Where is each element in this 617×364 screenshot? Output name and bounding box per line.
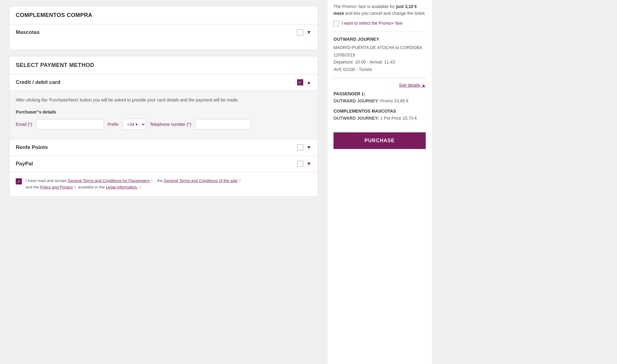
purchase-button[interactable]: PURCHASE: [333, 132, 426, 149]
terms-text: I have read and accept General Terms and…: [26, 178, 242, 191]
complementos-outward-label: OUTWARD JOURNEY:: [333, 116, 379, 121]
promo-section: The Promo+ fare is available for just 3,…: [333, 3, 426, 32]
passenger1-outward-label: OUTWARD JOURNEY:: [333, 98, 379, 103]
renfe-points-checkbox[interactable]: [297, 144, 303, 151]
terms-text-middle3: available in the: [78, 185, 106, 189]
journey-train: AVE 02100 - Turista: [333, 66, 426, 73]
passenger1-outward: OUTWARD JOURNEY: Promo 23,85 €: [333, 97, 426, 104]
outward-journey-title: OUTWARD JOURNEY: [333, 37, 426, 42]
sidebar-divider: [333, 78, 426, 78]
mascotas-accordion[interactable]: Mascotas ▼: [10, 24, 317, 40]
passenger1-fare: Promo 23,85 €: [380, 98, 408, 103]
renfe-points-chevron-down-icon: ▼: [306, 145, 311, 150]
terms-checkbox[interactable]: [16, 178, 22, 184]
prefix-select[interactable]: +34 ▾ +1 +44 +33 +49: [122, 119, 146, 130]
credit-card-option: Credit / debit card ▲ After clicking the…: [10, 74, 317, 139]
terms-link-legal[interactable]: Legal Information.: [106, 185, 138, 189]
complementos-section: COMPLEMENTOS COMPRA Mascotas ▼: [9, 6, 318, 50]
email-label: Email (*): [16, 122, 32, 127]
paypal-label: PayPal: [16, 161, 33, 167]
purchaser-fields: Email (*) Prefix +34 ▾ +1 +44 +33 +49 Te…: [16, 119, 311, 130]
renfe-points-option: Renfe Points ▼: [10, 139, 317, 155]
mascotas-spacer: [10, 40, 317, 50]
terms-icon-2: 🗋: [238, 179, 242, 183]
promo-checkbox[interactable]: [333, 21, 339, 26]
see-details-row: See details ▲: [333, 83, 426, 88]
prefix-label: Prefix: [108, 122, 119, 127]
email-input[interactable]: [36, 119, 104, 130]
renfe-points-label: Renfe Points: [16, 144, 48, 151]
complementos-detail: 1 Pet Price 15,70 €: [380, 116, 417, 121]
terms-row: I have read and accept General Terms and…: [10, 172, 317, 196]
paypal-option: PayPal ▼: [10, 155, 317, 172]
mascotas-chevron-down-icon: ▼: [306, 30, 311, 35]
credit-card-chevron-up-icon: ▲: [306, 80, 311, 85]
phone-input[interactable]: [195, 119, 251, 130]
complementos-title: COMPLEMENTOS COMPRA: [10, 6, 317, 24]
terms-text-middle2: and the: [26, 185, 40, 189]
purchaser-details-label: Purchaser''s details: [16, 110, 311, 114]
promo-text2: and lets you cancel and change the ticke…: [344, 11, 426, 16]
complementos-section-sidebar: COMPLEMENTOS MASCOTAS OUTWARD JOURNEY: 1…: [333, 109, 426, 122]
see-details-text: See details: [399, 83, 420, 88]
mascotas-label: Mascotas: [16, 29, 39, 35]
credit-card-content: After clicking the 'Purchase/Next' butto…: [10, 90, 317, 139]
terms-icon-3: 🗋: [73, 185, 77, 189]
renfe-points-header[interactable]: Renfe Points ▼: [10, 139, 317, 155]
mascotas-checkbox[interactable]: [297, 29, 303, 35]
renfe-points-controls: ▼: [297, 144, 311, 151]
journey-date: 12/06/2019: [333, 52, 426, 59]
terms-text-before: I have read and accept: [26, 178, 68, 183]
see-details-link[interactable]: See details ▲: [399, 83, 426, 88]
mascotas-controls: ▼: [297, 29, 311, 35]
terms-text-middle1: , the: [155, 178, 164, 183]
promo-checkbox-row: I want to select the Promo+ fare: [333, 20, 426, 27]
paypal-controls: ▼: [297, 161, 311, 167]
complementos-mascotas-title: COMPLEMENTOS MASCOTAS: [333, 109, 426, 114]
credit-card-header[interactable]: Credit / debit card ▲: [10, 74, 317, 90]
journey-departure-arrival: Departure: 10.00 - Arrival: 11.43: [333, 59, 426, 66]
terms-link-sale[interactable]: General Terms and Conditions of the sale: [164, 178, 238, 183]
passenger1-title: PASSENGER 1:: [333, 91, 426, 96]
paypal-chevron-down-icon: ▼: [306, 161, 311, 167]
phone-label: Telephone number (*): [150, 122, 191, 127]
terms-icon-4: 🗋: [139, 185, 142, 189]
card-info-text: After clicking the 'Purchase/Next' butto…: [16, 97, 311, 103]
purchase-label: PURCHASE: [365, 138, 395, 143]
paypal-checkbox[interactable]: [297, 161, 303, 167]
journey-route: MADRID-PUERTA DE ATOCHA to CORDOBA: [333, 44, 426, 52]
complementos-outward: OUTWARD JOURNEY: 1 Pet Price 15,70 €: [333, 115, 426, 122]
promo-fare-label[interactable]: I want to select the Promo+ fare: [342, 20, 403, 27]
payment-title: SELECT PAYMENT METHOD: [10, 56, 317, 74]
journey-details: MADRID-PUERTA DE ATOCHA to CORDOBA 12/06…: [333, 44, 426, 73]
credit-card-checkbox[interactable]: [297, 79, 303, 85]
payment-section: SELECT PAYMENT METHOD Credit / debit car…: [9, 56, 318, 196]
credit-card-controls: ▲: [297, 79, 311, 85]
terms-link-privacy[interactable]: Policy and Privacy: [40, 185, 73, 189]
promo-text: The Promo+ fare is available for: [333, 4, 396, 9]
terms-icon-1: 🗋: [150, 179, 154, 183]
passenger1-section: PASSENGER 1: OUTWARD JOURNEY: Promo 23,8…: [333, 91, 426, 104]
credit-card-label: Credit / debit card: [16, 79, 60, 85]
sidebar: The Promo+ fare is available for just 3,…: [327, 0, 432, 364]
terms-link-passengers[interactable]: General Terms and Conditions for Passeng…: [68, 178, 150, 183]
paypal-header[interactable]: PayPal ▼: [10, 156, 317, 172]
